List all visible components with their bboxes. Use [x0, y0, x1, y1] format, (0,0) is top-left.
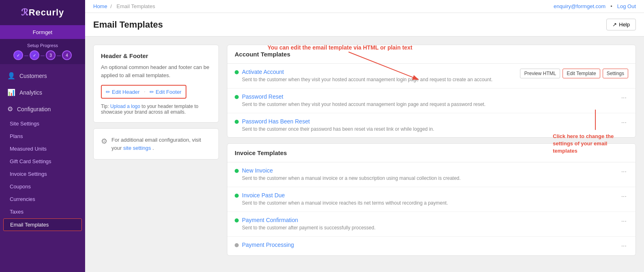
- edit-template-button[interactable]: Edit Template: [563, 69, 600, 78]
- template-item-password-been-reset: Password Has Been Reset Sent to the cust…: [227, 113, 635, 138]
- sidebar-item-site-settings[interactable]: Site Settings: [0, 117, 85, 130]
- edit-footer-icon: ✏: [150, 89, 154, 95]
- configuration-icon: ⚙: [7, 105, 13, 113]
- new-invoice-dots[interactable]: ···: [620, 167, 628, 176]
- template-item-activate-account: Activate Account Sent to the customer wh…: [227, 64, 635, 89]
- sidebar-item-currencies[interactable]: Currencies: [0, 193, 85, 205]
- topbar: Home / Email Templates enquiry@formget.c…: [85, 0, 644, 13]
- sidebar-item-invoice-settings[interactable]: Invoice Settings: [0, 168, 85, 180]
- header-footer-desc: An optional common header and footer can…: [101, 63, 211, 79]
- sidebar: ℛRecurly Formget Setup Progress ✓ — ✓ — …: [0, 0, 85, 272]
- template-desc-invoice-past-due: Sent to the customer when a manual invoi…: [242, 200, 448, 207]
- invoice-templates-header: Invoice Templates: [227, 144, 635, 162]
- right-panel: Account Templates Activate Account Sent …: [227, 45, 636, 264]
- sidebar-item-customers[interactable]: 👤 Customers: [0, 67, 85, 84]
- invoice-templates-section: Invoice Templates New Invoice Sent to th…: [227, 143, 636, 255]
- sidebar-item-configuration[interactable]: ⚙ Configuration: [0, 101, 85, 117]
- header-footer-card: Header & Footer An optional common heade…: [93, 45, 219, 123]
- invoice-past-due-dots[interactable]: ···: [620, 192, 628, 201]
- template-desc-password-reset: Sent to the customer when they visit you…: [242, 101, 486, 108]
- password-reset-dots[interactable]: ···: [620, 93, 628, 102]
- template-item-new-invoice: New Invoice Sent to the customer when a …: [227, 162, 635, 187]
- step-4: 4: [62, 50, 72, 60]
- sidebar-item-analytics[interactable]: 📊 Analytics: [0, 84, 85, 101]
- template-desc-payment-confirmation: Sent to the customer after payment is su…: [242, 225, 375, 231]
- status-dot-password-been-reset: [235, 120, 239, 124]
- edit-header-button[interactable]: ✏ Edit Header: [106, 89, 140, 95]
- template-desc-activate: Sent to the customer when they visit you…: [242, 76, 492, 83]
- password-been-reset-dots[interactable]: ···: [620, 118, 628, 127]
- main-content: Home / Email Templates enquiry@formget.c…: [85, 0, 644, 272]
- customers-icon: 👤: [7, 72, 15, 80]
- template-item-payment-processing: Payment Processing ···: [227, 237, 635, 255]
- template-name-payment-confirmation[interactable]: Payment Confirmation: [242, 217, 375, 223]
- page-title: Email Templates: [93, 19, 163, 30]
- sidebar-item-gift-card-settings[interactable]: Gift Card Settings: [0, 155, 85, 168]
- settings-sliders-icon: ⚙: [101, 137, 107, 146]
- template-name-password-reset[interactable]: Password Reset: [242, 93, 486, 100]
- template-item-invoice-past-due: Invoice Past Due Sent to the customer wh…: [227, 187, 635, 212]
- edit-footer-button[interactable]: ✏ Edit Footer: [150, 89, 182, 95]
- configuration-label: Configuration: [17, 106, 51, 112]
- payment-confirmation-dots[interactable]: ···: [620, 217, 628, 226]
- settings-button[interactable]: Settings: [603, 69, 628, 78]
- step-2: ✓: [30, 50, 39, 60]
- template-name-invoice-past-due[interactable]: Invoice Past Due: [242, 192, 448, 199]
- status-dot-new-invoice: [235, 169, 239, 173]
- account-templates-header: Account Templates: [227, 45, 635, 64]
- setup-progress: Setup Progress ✓ — ✓ — 3 — 4: [0, 39, 85, 64]
- activate-actions: Preview HTML Edit Template Settings: [520, 69, 628, 78]
- edit-icon: ✏: [106, 89, 110, 95]
- left-panel: Header & Footer An optional common heade…: [93, 45, 219, 264]
- status-dot-invoice-past-due: [235, 194, 239, 198]
- breadcrumb: Home / Email Templates: [93, 3, 157, 9]
- topbar-right: enquiry@formget.com • Log Out: [554, 3, 636, 9]
- template-desc-new-invoice: Sent to the customer when a manual invoi…: [242, 175, 461, 182]
- template-item-payment-confirmation: Payment Confirmation Sent to the custome…: [227, 212, 635, 237]
- upload-logo-link[interactable]: Upload a logo: [110, 104, 140, 109]
- help-icon: ↗: [612, 22, 617, 28]
- breadcrumb-current: Email Templates: [117, 3, 155, 9]
- app-name: ℛRecurly: [21, 7, 64, 17]
- settings-card: ⚙ For additional email configuration, vi…: [93, 128, 219, 160]
- sidebar-item-plans[interactable]: Plans: [0, 130, 85, 142]
- account-label[interactable]: Formget: [0, 25, 85, 39]
- header-footer-title: Header & Footer: [101, 52, 211, 59]
- analytics-icon: 📊: [7, 89, 15, 96]
- tip-text: Tip: Upload a logo to your header templa…: [101, 104, 211, 115]
- customers-label: Customers: [19, 73, 47, 79]
- content-area: You can edit the email template via HTML…: [85, 37, 644, 272]
- template-name-password-been-reset[interactable]: Password Has Been Reset: [242, 118, 434, 125]
- page-header: Email Templates ↗ Help: [85, 13, 644, 37]
- user-email[interactable]: enquiry@formget.com: [554, 3, 605, 9]
- sidebar-item-email-templates[interactable]: Email Templates: [3, 218, 82, 231]
- site-settings-link[interactable]: site settings: [123, 145, 151, 151]
- status-dot-activate: [235, 70, 239, 74]
- setup-steps: ✓ — ✓ — 3 — 4: [5, 50, 80, 60]
- template-item-password-reset: Password Reset Sent to the customer when…: [227, 89, 635, 113]
- preview-html-button[interactable]: Preview HTML: [520, 69, 560, 78]
- analytics-label: Analytics: [19, 89, 42, 96]
- sub-nav: Site Settings Plans Measured Units Gift …: [0, 117, 85, 231]
- sidebar-item-taxes[interactable]: Taxes: [0, 205, 85, 218]
- template-name-payment-processing[interactable]: Payment Processing: [242, 242, 294, 248]
- status-dot-payment-processing: [235, 243, 239, 247]
- sidebar-item-coupons[interactable]: Coupons: [0, 180, 85, 193]
- sidebar-nav: 👤 Customers 📊 Analytics ⚙ Configuration …: [0, 64, 85, 272]
- template-desc-password-been-reset: Sent to the customer once their password…: [242, 126, 434, 133]
- sidebar-item-measured-units[interactable]: Measured Units: [0, 142, 85, 155]
- logo-area: ℛRecurly: [0, 0, 85, 25]
- setup-progress-label: Setup Progress: [5, 43, 80, 48]
- payment-processing-dots[interactable]: ···: [620, 242, 628, 250]
- account-templates-section: Account Templates Activate Account Sent …: [227, 45, 636, 138]
- status-dot-password-reset: [235, 95, 239, 99]
- template-name-new-invoice[interactable]: New Invoice: [242, 167, 461, 174]
- step-3: 3: [46, 50, 56, 60]
- settings-text: For additional email configuration, visi…: [111, 136, 211, 152]
- template-name-activate[interactable]: Activate Account: [242, 69, 492, 75]
- logout-link[interactable]: Log Out: [617, 3, 636, 9]
- help-button[interactable]: ↗ Help: [606, 19, 636, 30]
- help-label: Help: [619, 22, 630, 28]
- step-1: ✓: [13, 50, 23, 60]
- breadcrumb-home[interactable]: Home: [93, 3, 107, 9]
